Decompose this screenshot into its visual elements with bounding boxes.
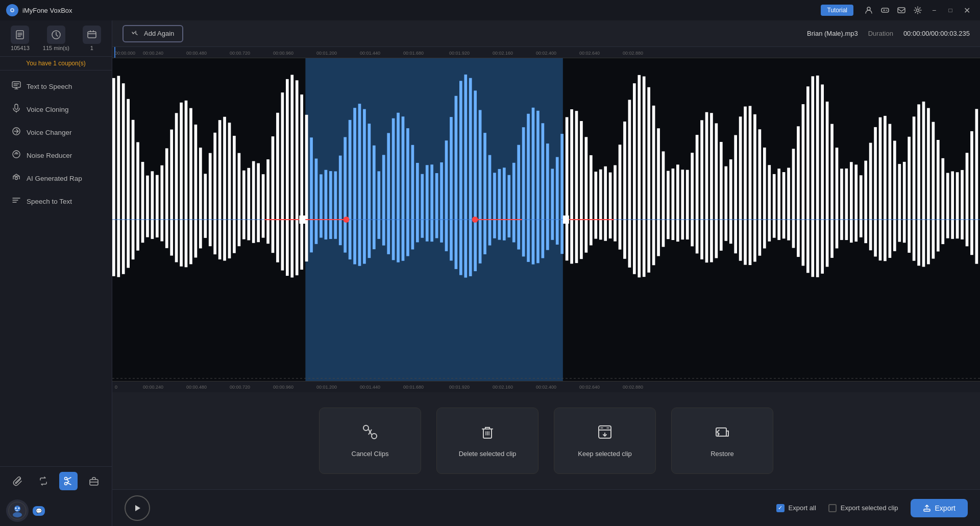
svg-text:00:01.440: 00:01.440 bbox=[360, 385, 380, 390]
chatbot-area: 💬 bbox=[0, 495, 112, 526]
export-icon bbox=[923, 504, 931, 512]
export-label: Export bbox=[935, 504, 955, 512]
svg-text:00:02.160: 00:02.160 bbox=[493, 385, 513, 390]
export-all-option[interactable]: ✓ Export all bbox=[776, 504, 816, 512]
cancel-clips-card[interactable]: Cancel Clips bbox=[319, 408, 421, 474]
attachment-icon[interactable] bbox=[9, 472, 27, 490]
svg-text:00:01.680: 00:01.680 bbox=[403, 385, 424, 390]
keep-clip-card[interactable]: Keep selected clip bbox=[554, 408, 656, 474]
export-selected-label: Export selected clip bbox=[841, 504, 898, 512]
svg-text:00:01.200: 00:01.200 bbox=[316, 385, 337, 390]
sidebar-stats: 105413 115 min(s) bbox=[0, 20, 112, 57]
svg-text:00:01.440: 00:01.440 bbox=[360, 51, 380, 56]
file-info: Brian (Male).mp3 Duration 00:00:00/00:00… bbox=[807, 30, 970, 37]
waveform-container: 00:00.000 00:00.240 00:00.480 00:00.720 … bbox=[112, 47, 980, 392]
add-again-icon bbox=[132, 30, 140, 38]
svg-text:00:02.640: 00:02.640 bbox=[579, 385, 600, 390]
svg-rect-4 bbox=[881, 8, 889, 12]
svg-text:00:00.240: 00:00.240 bbox=[143, 51, 163, 56]
maximize-button[interactable]: □ bbox=[943, 3, 958, 17]
svg-text:00:02.400: 00:02.400 bbox=[536, 51, 556, 56]
svg-text:00:01.920: 00:01.920 bbox=[449, 51, 470, 56]
user-icon[interactable] bbox=[862, 3, 876, 17]
export-button[interactable]: Export bbox=[911, 499, 968, 517]
sidebar-bottom-icons bbox=[0, 466, 112, 495]
tutorial-button[interactable]: Tutorial bbox=[821, 5, 853, 16]
stat-time-value: 115 min(s) bbox=[43, 45, 69, 51]
export-selected-checkbox[interactable] bbox=[828, 504, 837, 512]
sidebar-item-agr[interactable]: AI Generated Rap bbox=[3, 167, 109, 189]
sidebar-item-nr-label: Noise Reducer bbox=[27, 152, 72, 159]
svg-point-52 bbox=[363, 425, 369, 431]
titlebar-left: iMyFone VoxBox bbox=[6, 4, 72, 16]
svg-text:00:02.640: 00:02.640 bbox=[579, 51, 600, 56]
stat-num-icon bbox=[83, 26, 101, 44]
delete-clip-card[interactable]: Delete selected clip bbox=[436, 408, 538, 474]
chatbot-avatar bbox=[6, 499, 29, 522]
svg-text:00:02.880: 00:02.880 bbox=[623, 385, 643, 390]
waveform-display[interactable] bbox=[112, 58, 980, 381]
bottombar: ✓ Export all Export selected clip Export bbox=[112, 489, 980, 526]
duration-label: Duration bbox=[868, 30, 893, 37]
close-button[interactable]: ✕ bbox=[960, 3, 974, 17]
svg-text:00:01.200: 00:01.200 bbox=[316, 51, 337, 56]
svg-rect-9 bbox=[88, 32, 96, 38]
timeline-ruler-bottom: 0 00:00.240 00:00.480 00:00.720 00:00.96… bbox=[112, 381, 980, 392]
add-again-label: Add Again bbox=[144, 30, 174, 37]
filename: Brian (Male).mp3 bbox=[807, 30, 858, 37]
export-all-checkbox[interactable]: ✓ bbox=[776, 504, 785, 512]
play-button[interactable] bbox=[125, 495, 150, 521]
svg-text:00:02.880: 00:02.880 bbox=[623, 51, 643, 56]
sidebar-item-agr-label: AI Generated Rap bbox=[27, 175, 82, 182]
titlebar-right: Tutorial bbox=[821, 3, 974, 17]
vc-icon bbox=[11, 104, 21, 115]
svg-text:00:01.680: 00:01.680 bbox=[403, 51, 424, 56]
sidebar-item-vc[interactable]: Voice Cloning bbox=[3, 98, 109, 121]
svg-rect-10 bbox=[12, 82, 20, 87]
svg-text:00:00.480: 00:00.480 bbox=[186, 51, 207, 56]
mail-icon[interactable] bbox=[894, 3, 909, 17]
tts-icon bbox=[11, 81, 21, 92]
sidebar: 105413 115 min(s) bbox=[0, 20, 112, 526]
cut-icon[interactable] bbox=[59, 472, 78, 490]
repeat-icon[interactable] bbox=[34, 472, 53, 490]
sidebar-item-stt-label: Speech to Text bbox=[27, 198, 72, 205]
agr-icon bbox=[11, 173, 21, 184]
sidebar-item-vch[interactable]: Voice Changer bbox=[3, 121, 109, 144]
svg-point-22 bbox=[18, 508, 20, 509]
add-again-button[interactable]: Add Again bbox=[122, 25, 183, 42]
sidebar-item-stt[interactable]: Speech to Text bbox=[3, 190, 109, 212]
svg-text:00:01.920: 00:01.920 bbox=[449, 385, 470, 390]
svg-text:00:00.720: 00:00.720 bbox=[230, 51, 250, 56]
svg-point-21 bbox=[15, 508, 17, 509]
play-icon bbox=[132, 503, 142, 513]
svg-point-2 bbox=[11, 9, 13, 11]
svg-text:00:00.240: 00:00.240 bbox=[143, 385, 163, 390]
duration-value: 00:00:00/00:00:03.235 bbox=[903, 30, 970, 37]
restore-card[interactable]: Restore bbox=[671, 408, 773, 474]
settings-icon[interactable] bbox=[911, 3, 925, 17]
svg-text:00:02.160: 00:02.160 bbox=[493, 51, 513, 56]
actions-area: Cancel Clips Delete selected clip bbox=[112, 392, 980, 489]
svg-text:00:02.400: 00:02.400 bbox=[536, 385, 556, 390]
sidebar-item-vc-label: Voice Cloning bbox=[27, 106, 69, 113]
export-selected-option[interactable]: Export selected clip bbox=[828, 504, 898, 512]
game-icon[interactable] bbox=[878, 3, 892, 17]
svg-rect-5 bbox=[898, 8, 905, 13]
stat-docs: 105413 bbox=[11, 26, 30, 51]
minimize-button[interactable]: − bbox=[927, 3, 941, 17]
briefcase-icon[interactable] bbox=[85, 472, 103, 490]
stat-docs-icon bbox=[11, 26, 29, 44]
svg-text:00:00.720: 00:00.720 bbox=[230, 385, 250, 390]
svg-point-20 bbox=[13, 512, 22, 517]
svg-point-14 bbox=[15, 177, 18, 180]
delete-clip-label: Delete selected clip bbox=[459, 450, 517, 458]
sidebar-item-tts[interactable]: Text to Speech bbox=[3, 75, 109, 98]
nr-icon bbox=[11, 150, 21, 161]
stat-time-icon bbox=[47, 26, 65, 44]
sidebar-item-nr[interactable]: Noise Reducer bbox=[3, 144, 109, 166]
delete-clip-icon bbox=[479, 424, 496, 444]
svg-point-3 bbox=[867, 7, 870, 10]
ruler-bottom-svg: 0 00:00.240 00:00.480 00:00.720 00:00.96… bbox=[112, 381, 980, 392]
sidebar-item-tts-label: Text to Speech bbox=[27, 83, 72, 90]
